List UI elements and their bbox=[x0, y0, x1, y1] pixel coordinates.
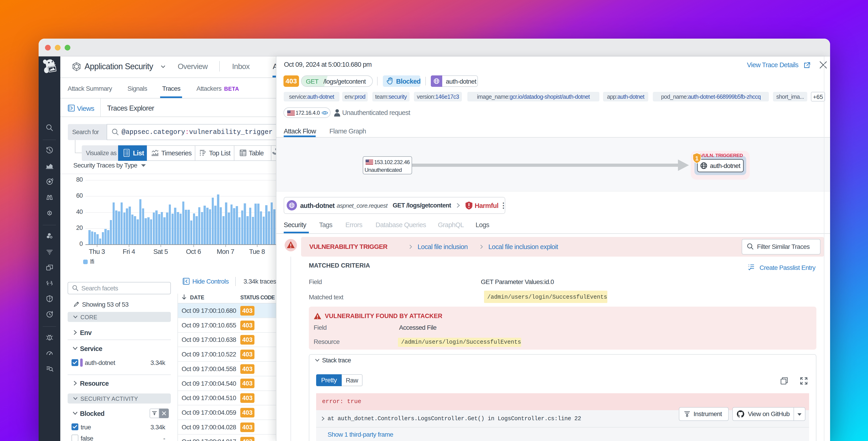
svg-text:1: 1 bbox=[695, 155, 699, 161]
